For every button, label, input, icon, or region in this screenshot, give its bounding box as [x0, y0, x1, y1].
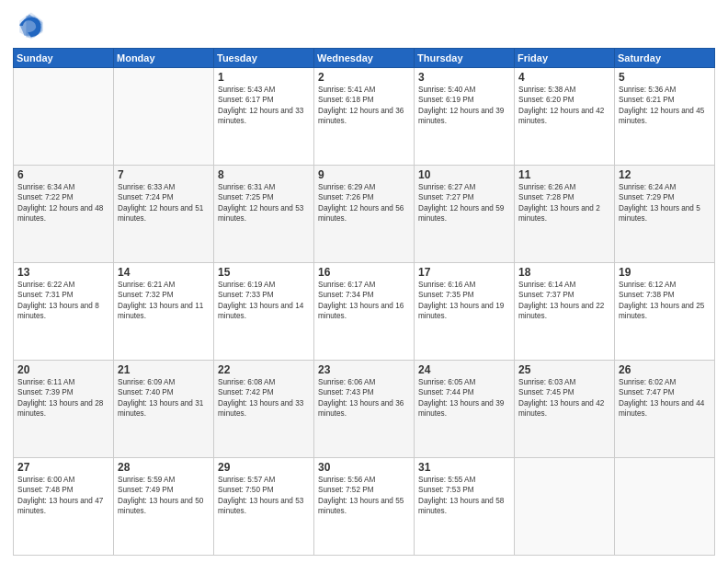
- day-number: 1: [218, 71, 310, 84]
- day-detail: Sunrise: 5:55 AMSunset: 7:53 PMDaylight:…: [418, 475, 510, 517]
- day-number: 10: [418, 168, 510, 181]
- day-detail: Sunrise: 6:08 AMSunset: 7:42 PMDaylight:…: [218, 377, 310, 419]
- day-detail: Sunrise: 6:31 AMSunset: 7:25 PMDaylight:…: [218, 182, 310, 224]
- calendar-cell: [114, 68, 214, 166]
- day-number: 4: [518, 71, 610, 84]
- day-detail: Sunrise: 6:21 AMSunset: 7:32 PMDaylight:…: [118, 280, 210, 322]
- day-detail: Sunrise: 6:29 AMSunset: 7:26 PMDaylight:…: [318, 182, 410, 224]
- weekday-header-friday: Friday: [515, 49, 615, 68]
- logo: [13, 9, 48, 42]
- day-detail: Sunrise: 6:34 AMSunset: 7:22 PMDaylight:…: [17, 182, 109, 224]
- day-detail: Sunrise: 6:16 AMSunset: 7:35 PMDaylight:…: [418, 280, 510, 322]
- day-number: 27: [17, 461, 109, 474]
- calendar-cell: 28Sunrise: 5:59 AMSunset: 7:49 PMDayligh…: [114, 458, 214, 556]
- calendar-table: SundayMondayTuesdayWednesdayThursdayFrid…: [13, 48, 715, 556]
- calendar-cell: 8Sunrise: 6:31 AMSunset: 7:25 PMDaylight…: [214, 166, 314, 263]
- day-detail: Sunrise: 6:22 AMSunset: 7:31 PMDaylight:…: [17, 280, 109, 322]
- calendar-cell: 20Sunrise: 6:11 AMSunset: 7:39 PMDayligh…: [14, 361, 114, 458]
- day-detail: Sunrise: 6:27 AMSunset: 7:27 PMDaylight:…: [418, 182, 510, 224]
- weekday-header-thursday: Thursday: [415, 49, 515, 68]
- day-detail: Sunrise: 6:06 AMSunset: 7:43 PMDaylight:…: [318, 377, 410, 419]
- weekday-header-saturday: Saturday: [615, 49, 715, 68]
- calendar-cell: 11Sunrise: 6:26 AMSunset: 7:28 PMDayligh…: [515, 166, 615, 263]
- day-detail: Sunrise: 5:57 AMSunset: 7:50 PMDaylight:…: [218, 475, 310, 517]
- day-detail: Sunrise: 6:19 AMSunset: 7:33 PMDaylight:…: [218, 280, 310, 322]
- day-number: 23: [318, 363, 410, 376]
- calendar-week-row: 20Sunrise: 6:11 AMSunset: 7:39 PMDayligh…: [14, 361, 715, 458]
- day-number: 24: [418, 363, 510, 376]
- calendar-week-row: 13Sunrise: 6:22 AMSunset: 7:31 PMDayligh…: [14, 263, 715, 361]
- day-number: 14: [118, 266, 210, 279]
- calendar-cell: 23Sunrise: 6:06 AMSunset: 7:43 PMDayligh…: [314, 361, 415, 458]
- calendar-cell: 22Sunrise: 6:08 AMSunset: 7:42 PMDayligh…: [214, 361, 314, 458]
- day-detail: Sunrise: 6:11 AMSunset: 7:39 PMDaylight:…: [17, 377, 109, 419]
- header: [13, 9, 715, 42]
- day-detail: Sunrise: 6:12 AMSunset: 7:38 PMDaylight:…: [619, 280, 711, 322]
- calendar-cell: 19Sunrise: 6:12 AMSunset: 7:38 PMDayligh…: [615, 263, 715, 361]
- day-number: 25: [518, 363, 610, 376]
- day-number: 29: [218, 461, 310, 474]
- day-number: 6: [17, 168, 109, 181]
- calendar-cell: 16Sunrise: 6:17 AMSunset: 7:34 PMDayligh…: [314, 263, 415, 361]
- day-number: 3: [418, 71, 510, 84]
- calendar-cell: [14, 68, 114, 166]
- day-detail: Sunrise: 6:17 AMSunset: 7:34 PMDaylight:…: [318, 280, 410, 322]
- day-number: 2: [318, 71, 410, 84]
- day-number: 12: [619, 168, 711, 181]
- calendar-cell: 15Sunrise: 6:19 AMSunset: 7:33 PMDayligh…: [214, 263, 314, 361]
- day-detail: Sunrise: 5:41 AMSunset: 6:18 PMDaylight:…: [318, 85, 410, 127]
- day-detail: Sunrise: 5:40 AMSunset: 6:19 PMDaylight:…: [418, 85, 510, 127]
- calendar-week-row: 1Sunrise: 5:43 AMSunset: 6:17 PMDaylight…: [14, 68, 715, 166]
- day-detail: Sunrise: 5:36 AMSunset: 6:21 PMDaylight:…: [619, 85, 711, 127]
- day-detail: Sunrise: 6:14 AMSunset: 7:37 PMDaylight:…: [518, 280, 610, 322]
- calendar-cell: 1Sunrise: 5:43 AMSunset: 6:17 PMDaylight…: [214, 68, 314, 166]
- page: SundayMondayTuesdayWednesdayThursdayFrid…: [0, 0, 728, 563]
- calendar-cell: 25Sunrise: 6:03 AMSunset: 7:45 PMDayligh…: [515, 361, 615, 458]
- weekday-header-monday: Monday: [114, 49, 214, 68]
- day-number: 19: [619, 266, 711, 279]
- day-number: 5: [619, 71, 711, 84]
- day-detail: Sunrise: 6:33 AMSunset: 7:24 PMDaylight:…: [118, 182, 210, 224]
- day-detail: Sunrise: 5:38 AMSunset: 6:20 PMDaylight:…: [518, 85, 610, 127]
- day-detail: Sunrise: 5:59 AMSunset: 7:49 PMDaylight:…: [118, 475, 210, 517]
- calendar-cell: [615, 458, 715, 556]
- day-number: 8: [218, 168, 310, 181]
- weekday-header-wednesday: Wednesday: [314, 49, 415, 68]
- day-number: 26: [619, 363, 711, 376]
- day-number: 17: [418, 266, 510, 279]
- day-number: 31: [418, 461, 510, 474]
- calendar-cell: 21Sunrise: 6:09 AMSunset: 7:40 PMDayligh…: [114, 361, 214, 458]
- day-number: 13: [17, 266, 109, 279]
- day-number: 22: [218, 363, 310, 376]
- day-detail: Sunrise: 6:09 AMSunset: 7:40 PMDaylight:…: [118, 377, 210, 419]
- day-number: 21: [118, 363, 210, 376]
- calendar-cell: 17Sunrise: 6:16 AMSunset: 7:35 PMDayligh…: [415, 263, 515, 361]
- day-number: 20: [17, 363, 109, 376]
- calendar-cell: 24Sunrise: 6:05 AMSunset: 7:44 PMDayligh…: [415, 361, 515, 458]
- day-detail: Sunrise: 6:02 AMSunset: 7:47 PMDaylight:…: [619, 377, 711, 419]
- weekday-header-tuesday: Tuesday: [214, 49, 314, 68]
- day-detail: Sunrise: 6:00 AMSunset: 7:48 PMDaylight:…: [17, 475, 109, 517]
- day-number: 28: [118, 461, 210, 474]
- calendar-cell: 27Sunrise: 6:00 AMSunset: 7:48 PMDayligh…: [14, 458, 114, 556]
- calendar-cell: 13Sunrise: 6:22 AMSunset: 7:31 PMDayligh…: [14, 263, 114, 361]
- calendar-cell: 6Sunrise: 6:34 AMSunset: 7:22 PMDaylight…: [14, 166, 114, 263]
- calendar-cell: 30Sunrise: 5:56 AMSunset: 7:52 PMDayligh…: [314, 458, 415, 556]
- day-number: 11: [518, 168, 610, 181]
- calendar-cell: 2Sunrise: 5:41 AMSunset: 6:18 PMDaylight…: [314, 68, 415, 166]
- day-number: 30: [318, 461, 410, 474]
- day-detail: Sunrise: 5:43 AMSunset: 6:17 PMDaylight:…: [218, 85, 310, 127]
- day-detail: Sunrise: 6:03 AMSunset: 7:45 PMDaylight:…: [518, 377, 610, 419]
- day-number: 16: [318, 266, 410, 279]
- day-number: 7: [118, 168, 210, 181]
- calendar-cell: [515, 458, 615, 556]
- calendar-cell: 7Sunrise: 6:33 AMSunset: 7:24 PMDaylight…: [114, 166, 214, 263]
- weekday-header-row: SundayMondayTuesdayWednesdayThursdayFrid…: [14, 49, 715, 68]
- day-detail: Sunrise: 6:05 AMSunset: 7:44 PMDaylight:…: [418, 377, 510, 419]
- weekday-header-sunday: Sunday: [14, 49, 114, 68]
- calendar-week-row: 6Sunrise: 6:34 AMSunset: 7:22 PMDaylight…: [14, 166, 715, 263]
- calendar-cell: 9Sunrise: 6:29 AMSunset: 7:26 PMDaylight…: [314, 166, 415, 263]
- calendar-cell: 29Sunrise: 5:57 AMSunset: 7:50 PMDayligh…: [214, 458, 314, 556]
- logo-icon: [13, 9, 46, 42]
- calendar-cell: 14Sunrise: 6:21 AMSunset: 7:32 PMDayligh…: [114, 263, 214, 361]
